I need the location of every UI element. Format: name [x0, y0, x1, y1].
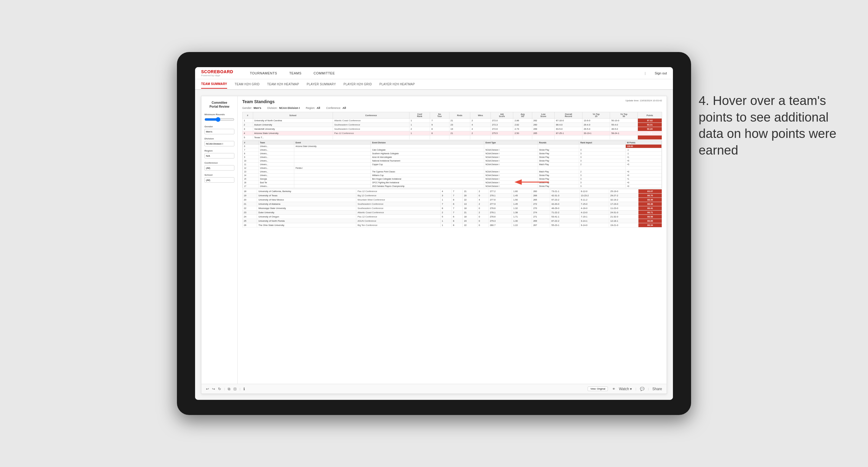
cell-vs50: 19-21-0 — [609, 223, 638, 227]
tab-team-summary[interactable]: TEAM SUMMARY — [201, 80, 227, 89]
col-conference: Conference — [333, 112, 409, 119]
cell-wins: 4 — [470, 123, 491, 127]
cell-school: The Ohio State University — [257, 223, 356, 227]
nested-cell-event: Florida I — [294, 166, 371, 170]
nav-teams[interactable]: TEAMS — [288, 71, 303, 75]
cell-points[interactable]: 83.07 — [639, 189, 662, 194]
table-row[interactable]: 25 University of North Florida ASUN Conf… — [243, 219, 662, 223]
nested-cell-event-type: NCAA Division I — [484, 152, 538, 155]
comment-icon[interactable]: 💬 — [640, 387, 645, 391]
cell-no-tour: 7 — [452, 211, 463, 215]
cell-conference: ASUN Conference — [356, 219, 441, 223]
nested-table-row: 16 East Ter OFCC Fighting Illini Invitat… — [243, 181, 662, 185]
region-select[interactable]: N/A East West — [205, 153, 235, 158]
min-rounds-slider[interactable] — [205, 117, 235, 122]
sign-out-link[interactable]: Sign out — [655, 71, 667, 75]
cell-conference: Pac-12 Conference — [356, 189, 441, 194]
table-row[interactable]: 2 Auburn University Southeastern Confere… — [243, 123, 662, 127]
nested-cell-w-points: +0 — [626, 170, 662, 174]
nested-cell-rank-impact: 2 — [579, 163, 626, 166]
share-button[interactable]: Share — [652, 387, 662, 391]
cell-adj-score: 277.6 — [489, 198, 512, 202]
cell-points[interactable]: 93.31 — [638, 123, 662, 127]
col-avg-sg: AvgSG — [513, 112, 532, 119]
cell-avg-sg: 2.50 — [513, 131, 532, 135]
cell-overall: 46-29-0 — [550, 206, 580, 211]
nested-cell-event-div: The Cypress Point Classic — [371, 170, 484, 174]
nested-cell-w-points: +5 — [626, 159, 662, 163]
table-row[interactable]: 24 University of Oregon Pac-12 Conferenc… — [243, 215, 662, 219]
cell-vs25: 29-5-0 — [582, 127, 610, 131]
redo-icon[interactable]: ↪ — [212, 387, 215, 391]
label-gender: Gender — [205, 125, 235, 128]
school-select[interactable]: (All) — [205, 177, 235, 183]
info-icon[interactable]: ℹ — [244, 387, 245, 391]
copy-icon[interactable]: ⧉ — [228, 387, 230, 391]
cell-vs25: 29-4-0 — [582, 123, 610, 127]
crop-icon[interactable]: ⊡ — [234, 387, 237, 391]
col-nested-rank: # — [243, 141, 258, 145]
nested-table-row: 14 Univers... Williams Cup NCAA Division… — [243, 174, 662, 177]
cell-low-score: 262 — [532, 119, 555, 123]
cell-vs50: 11-23-0 — [609, 206, 638, 211]
table-row[interactable]: 23 Duke University Atlantic Coast Confer… — [243, 211, 662, 215]
nested-table-row: 6 Univers... Arizona State University 13… — [243, 145, 662, 148]
tab-player-h2h-heatmap[interactable]: PLAYER H2H HEATMAP — [379, 80, 415, 88]
cell-points[interactable]: 88.58 — [639, 215, 662, 219]
gender-select[interactable]: Men's Women's — [205, 129, 235, 134]
cell-wins: 2 — [477, 202, 489, 206]
undo-icon[interactable]: ↩ — [206, 387, 209, 391]
table-row[interactable]: 5 Texas T... — [243, 135, 662, 140]
conference-select[interactable]: (All) — [205, 165, 235, 170]
col-nested-event: Event — [294, 141, 371, 145]
nested-cell-rank: 8 — [243, 152, 258, 155]
cell-vs25: 13-9-0 — [582, 119, 610, 123]
refresh-icon[interactable]: ↻ — [218, 387, 221, 391]
table-row[interactable]: 19 University of Texas Big 12 Conference… — [243, 194, 662, 198]
table-row[interactable]: 21 University of Alabama Southeastern Co… — [243, 202, 662, 206]
table-row[interactable]: 20 University of New Mexico Mountain Wes… — [243, 198, 662, 202]
table-row[interactable]: 22 Mississippi State University Southeas… — [243, 206, 662, 211]
nav-committee[interactable]: COMMITTEE — [312, 71, 337, 75]
cell-points[interactable]: 88.49 — [639, 198, 662, 202]
watch-button[interactable]: Watch ▾ — [619, 387, 632, 391]
nested-cell-rank-impact: 3 — [579, 155, 626, 159]
view-original-button[interactable]: View: Original — [588, 386, 608, 391]
division-select[interactable]: NCAA Division I NCAA Division II — [205, 141, 235, 146]
tab-player-summary[interactable]: PLAYER SUMMARY — [307, 80, 336, 88]
nested-cell-event-type: NCAA Division I — [484, 159, 538, 163]
cell-rnds: 21 — [449, 119, 470, 123]
nested-cell-event-div: Southern Highlands Collegiate — [371, 152, 484, 155]
nav-tournaments[interactable]: TOURNAMENTS — [248, 71, 279, 75]
col-nested-event-div: Event Division — [371, 141, 484, 145]
table-row[interactable]: 3 Vanderbilt University Southeastern Con… — [243, 127, 662, 131]
nested-cell-rounds: Stroke Play — [538, 159, 579, 163]
cell-points[interactable]: 97.02 — [638, 119, 662, 123]
cell-points[interactable]: 88.89 — [639, 219, 662, 223]
cell-avg-sg: 2.86 — [513, 119, 532, 123]
tab-team-h2h-heatmap[interactable]: TEAM H2H HEATMAP — [267, 80, 299, 88]
tab-team-h2h-grid[interactable]: TEAM H2H GRID — [235, 80, 259, 88]
cell-low-score: 269 — [532, 219, 550, 223]
cell-points[interactable] — [638, 135, 662, 140]
nested-cell-rank-impact: 3 — [579, 177, 626, 181]
col-points: Points — [638, 112, 662, 119]
table-row[interactable]: 18 University of California, Berkeley Pa… — [243, 189, 662, 194]
cell-points[interactable]: 88.70 — [639, 194, 662, 198]
table-row-highlighted[interactable]: 4 Arizona State University Pac-12 Confer… — [243, 131, 662, 135]
cell-points-hover[interactable]: 79.5 — [638, 131, 662, 135]
cell-points[interactable]: 88.34 — [639, 223, 662, 227]
cell-overall: 53-41-1 — [550, 215, 580, 219]
nested-cell-event-type: NCAA Division I — [484, 155, 538, 159]
nested-cell-event-div: OFCC Fighting Illini Invitational — [371, 181, 484, 185]
table-row[interactable]: 1 University of North Carolina Atlantic … — [243, 119, 662, 123]
table-row[interactable]: 26 The Ohio State University Big Ten Con… — [243, 223, 662, 227]
cell-points[interactable]: 90.20 — [638, 127, 662, 131]
cell-points[interactable]: 88.41 — [639, 206, 662, 211]
cell-vs25: 3-14-1 — [580, 219, 609, 223]
cell-points[interactable]: 88.71 — [639, 211, 662, 215]
tab-player-h2h-grid[interactable]: PLAYER H2H GRID — [344, 80, 372, 88]
cell-points[interactable]: 88.48 — [639, 202, 662, 206]
cell-conf-rank: 1 — [440, 223, 452, 227]
cell-low-score: 265 — [532, 131, 555, 135]
